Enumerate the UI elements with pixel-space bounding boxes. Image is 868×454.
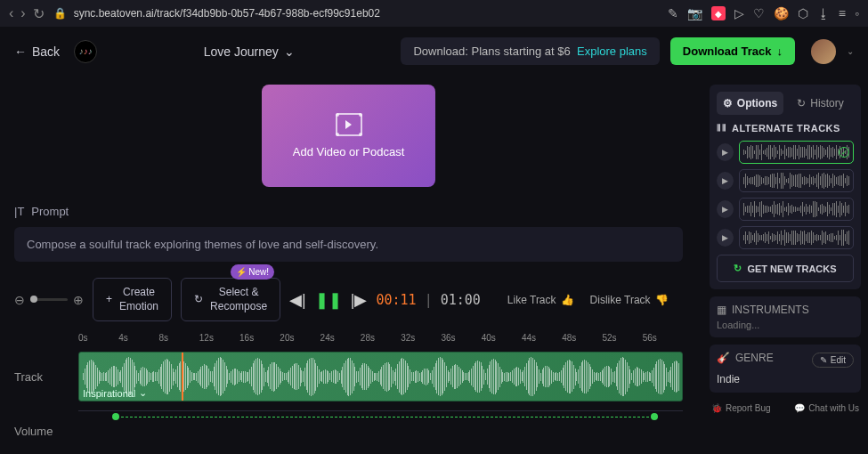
text-cursor-icon: |T: [14, 205, 24, 218]
thumbs-up-icon: 👍: [561, 294, 574, 306]
download-banner: Download: Plans starting at $6 Explore p…: [401, 37, 659, 65]
pause-button[interactable]: ❚❚: [315, 290, 342, 310]
prompt-input[interactable]: Compose a soulful track exploring themes…: [14, 227, 683, 262]
download-arrow-icon: ↓: [777, 45, 783, 58]
zoom-in-icon[interactable]: ⊕: [73, 293, 84, 307]
genre-header: 🎸GENRE: [717, 352, 774, 364]
zoom-slider[interactable]: [30, 298, 68, 301]
track-label: Track: [14, 370, 78, 384]
instruments-header: ▦INSTRUMENTS: [717, 304, 854, 316]
alternate-tracks-header: ⦀⦀ALTERNATE TRACKS: [717, 122, 854, 134]
back-button[interactable]: ← Back: [14, 45, 60, 59]
equalizer-icon: ⦀⦀: [717, 122, 726, 134]
chevron-down-icon: ⌄: [139, 387, 147, 399]
url-text: sync.beatoven.ai/track/f34db9bb-0b57-4b6…: [74, 7, 380, 20]
clock-icon: ↻: [797, 97, 806, 109]
track-title[interactable]: Love Journey ⌄: [108, 45, 390, 59]
time-display: 00:11 | 01:00: [376, 292, 480, 308]
gear-icon: ⚙: [723, 97, 733, 109]
compose-icon[interactable]: ✎: [668, 6, 678, 20]
chat-icon: 💬: [794, 403, 805, 413]
report-bug-link[interactable]: 🐞Report Bug: [711, 403, 771, 413]
volume-envelope[interactable]: [78, 410, 683, 453]
instruments-loading: Loading...: [717, 320, 854, 330]
film-icon: [336, 113, 362, 136]
nav-back-icon[interactable]: ‹: [9, 5, 13, 22]
settings-icon[interactable]: ≡: [839, 6, 846, 20]
play-icon[interactable]: ▶: [717, 229, 734, 247]
profile-icon[interactable]: ◦: [855, 6, 859, 20]
timeline-ruler[interactable]: 0s4s8s12s16s20s24s28s32s36s40s44s48s52s5…: [14, 328, 683, 346]
options-tab[interactable]: ⚙Options: [717, 92, 783, 115]
select-recompose-button[interactable]: ⚡New! ↻ Select & Recompose: [181, 278, 280, 321]
skip-forward-icon[interactable]: |▶: [351, 290, 368, 310]
prompt-header: |T Prompt: [14, 205, 683, 218]
thumbs-down-icon: 👎: [655, 294, 669, 306]
shield-icon[interactable]: ◆: [711, 6, 726, 20]
alternate-track[interactable]: ▶: [717, 198, 854, 221]
recompose-icon: ↻: [194, 293, 203, 307]
nav-forward-icon[interactable]: ›: [20, 5, 25, 22]
camera-icon[interactable]: 📷: [687, 6, 702, 20]
cookie-icon[interactable]: 🍪: [774, 6, 789, 20]
like-button[interactable]: Like Track👍: [507, 294, 574, 306]
chat-link[interactable]: 💬Chat with Us: [794, 403, 859, 413]
avatar[interactable]: [811, 39, 836, 64]
repeat-icon: ↻: [734, 263, 742, 274]
chevron-down-icon: ⌄: [284, 45, 295, 59]
volume-label: Volume: [14, 425, 78, 438]
arrow-left-icon: ←: [14, 45, 27, 59]
play-icon[interactable]: ▶: [717, 143, 734, 161]
new-badge: ⚡New!: [231, 264, 274, 280]
explore-link[interactable]: Explore plans: [577, 45, 647, 58]
piano-icon: ▦: [717, 304, 726, 316]
heart-icon[interactable]: ♡: [753, 6, 765, 20]
zoom-out-icon[interactable]: ⊖: [14, 293, 25, 307]
play-icon[interactable]: ▶: [717, 172, 734, 190]
upload-label: Add Video or Podcast: [293, 145, 405, 158]
skip-back-icon[interactable]: ◀|: [289, 290, 306, 310]
play-icon[interactable]: ▶: [717, 200, 734, 218]
emotion-tag[interactable]: Inspirational⌄: [83, 387, 147, 399]
get-new-tracks-button[interactable]: ↻GET NEW TRACKS: [717, 255, 854, 282]
create-emotion-button[interactable]: + Create Emotion: [93, 278, 172, 321]
alternate-track[interactable]: ▶✓: [717, 141, 854, 164]
pencil-icon: ✎: [820, 355, 827, 365]
guitar-icon: 🎸: [717, 352, 730, 364]
genre-value: Indie: [717, 373, 854, 385]
lock-icon: 🔒: [53, 7, 67, 20]
alternate-track[interactable]: ▶: [717, 226, 854, 249]
back-label: Back: [32, 45, 60, 59]
download-icon[interactable]: ⭳: [817, 6, 830, 20]
history-tab[interactable]: ↻History: [787, 92, 854, 115]
track-waveform[interactable]: Inspirational⌄: [78, 352, 683, 401]
reload-icon[interactable]: ↻: [33, 5, 45, 22]
logo: ♪♪♪: [74, 40, 97, 63]
chevron-down-icon[interactable]: ⌄: [847, 46, 854, 56]
cube-icon[interactable]: ⬡: [798, 6, 808, 20]
plus-icon: +: [106, 293, 112, 307]
bug-icon: 🐞: [711, 403, 722, 413]
alternate-track[interactable]: ▶: [717, 169, 854, 192]
check-icon: ✓: [839, 147, 849, 158]
send-icon[interactable]: ▷: [734, 6, 744, 20]
dislike-button[interactable]: Dislike Track👎: [590, 294, 669, 306]
download-track-button[interactable]: Download Track ↓: [670, 37, 795, 65]
edit-genre-button[interactable]: ✎Edit: [812, 353, 854, 368]
playhead[interactable]: [182, 352, 183, 401]
upload-media-button[interactable]: Add Video or Podcast: [262, 85, 435, 187]
